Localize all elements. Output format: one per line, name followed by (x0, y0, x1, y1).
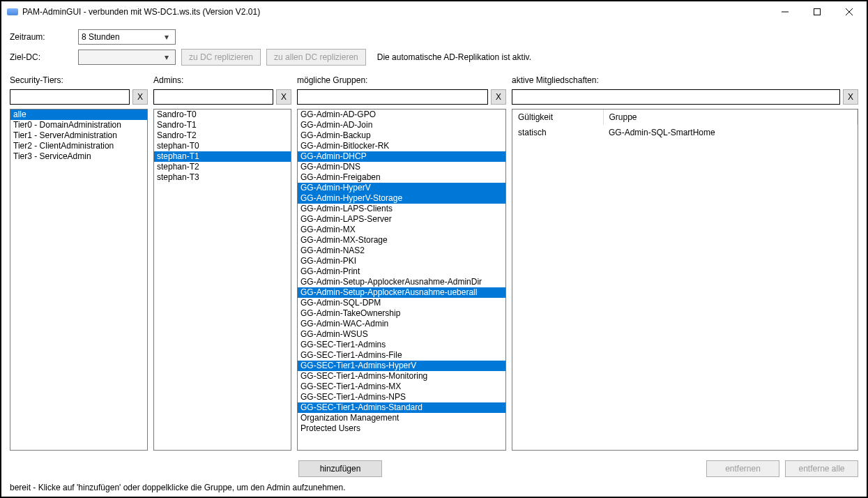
filter-memberships-input[interactable] (512, 89, 840, 105)
zieldc-select[interactable]: ▾ (78, 50, 176, 65)
close-button[interactable] (833, 1, 865, 22)
admin-item[interactable]: Sandro-T0 (154, 110, 291, 120)
group-item[interactable]: GG-Admin-PKI (298, 256, 505, 266)
admin-item[interactable]: Sandro-T1 (154, 120, 291, 130)
chevron-down-icon: ▾ (161, 52, 172, 62)
filter-tiers-input[interactable] (10, 89, 130, 105)
tiers-listbox[interactable]: alleTier0 - DomainAdministrationTier1 - … (10, 109, 148, 451)
group-item[interactable]: GG-SEC-Tier1-Admins-NPS (298, 392, 505, 402)
group-item[interactable]: GG-Admin-HyperV-Storage (298, 193, 505, 204)
memberships-table[interactable]: Gültigkeit Gruppe statischGG-Admin-SQL-S… (512, 109, 858, 451)
group-item[interactable]: GG-Admin-DHCP (298, 151, 505, 162)
svg-rect-1 (814, 9, 821, 15)
admin-item[interactable]: stephan-T1 (154, 151, 291, 162)
groups-listbox[interactable]: GG-Admin-AD-GPOGG-Admin-AD-JoinGG-Admin-… (297, 109, 506, 451)
group-item[interactable]: GG-Admin-TakeOwnership (298, 308, 505, 319)
group-item[interactable]: GG-Admin-NAS2 (298, 246, 505, 256)
tier-item[interactable]: Tier2 - ClientAdministration (10, 141, 147, 151)
group-item[interactable]: GG-Admin-WAC-Admin (298, 319, 505, 329)
group-item[interactable]: GG-Admin-MX (298, 225, 505, 235)
status-bar: bereit - Klicke auf 'hinzufügen' oder do… (1, 477, 867, 497)
chevron-down-icon: ▾ (161, 32, 172, 42)
clear-filter-groups-button[interactable]: X (491, 89, 506, 105)
zeitraum-select[interactable]: 8 Stunden ▾ (78, 29, 176, 45)
window-title: PAM-AdminGUI - verbunden mit WS-DC1.ws.i… (22, 7, 769, 17)
group-item[interactable]: GG-Admin-Setup-ApplockerAusnahme-AdminDi… (298, 277, 505, 287)
group-item[interactable]: GG-Admin-HyperV (298, 183, 505, 193)
group-item[interactable]: GG-Admin-AD-GPO (298, 110, 505, 120)
group-item[interactable]: Organization Management (298, 413, 505, 423)
maximize-button[interactable] (801, 1, 833, 22)
group-item[interactable]: GG-Admin-WSUS (298, 329, 505, 340)
filter-admins-input[interactable] (153, 89, 273, 105)
group-item[interactable]: GG-Admin-Bitlocker-RK (298, 141, 505, 151)
minimize-button[interactable] (769, 1, 801, 22)
group-item[interactable]: GG-Admin-AD-Join (298, 120, 505, 130)
titlebar: PAM-AdminGUI - verbunden mit WS-DC1.ws.i… (1, 1, 867, 22)
admin-item[interactable]: stephan-T3 (154, 172, 291, 183)
group-item[interactable]: GG-SEC-Tier1-Admins-File (298, 350, 505, 361)
clear-filter-tiers-button[interactable]: X (132, 89, 148, 105)
header-groups: mögliche Gruppen: (297, 75, 506, 85)
admin-item[interactable]: Sandro-T2 (154, 130, 291, 141)
header-admins: Admins: (153, 75, 291, 85)
tier-item[interactable]: Tier3 - ServiceAdmin (10, 151, 147, 162)
group-item[interactable]: GG-Admin-Freigaben (298, 172, 505, 183)
app-icon (7, 8, 18, 15)
replication-info: Die automatische AD-Replikation ist akti… (377, 52, 531, 62)
group-item[interactable]: GG-SEC-Tier1-Admins-HyperV (298, 361, 505, 371)
group-item[interactable]: GG-Admin-Print (298, 266, 505, 277)
clear-filter-admins-button[interactable]: X (276, 89, 291, 105)
membership-group: GG-Admin-SQL-SmartHome (603, 125, 858, 140)
group-item[interactable]: GG-SEC-Tier1-Admins-Standard (298, 402, 505, 413)
remove-button[interactable]: entfernen (706, 460, 779, 477)
group-item[interactable]: GG-Admin-Setup-ApplockerAusnahme-ueberal… (298, 287, 505, 298)
remove-all-button[interactable]: entferne alle (785, 460, 858, 477)
group-item[interactable]: GG-Admin-MX-Storage (298, 235, 505, 246)
membership-row[interactable]: statischGG-Admin-SQL-SmartHome (512, 125, 858, 140)
group-item[interactable]: Protected Users (298, 423, 505, 434)
header-tiers: Security-Tiers: (10, 75, 148, 85)
group-item[interactable]: GG-Admin-Backup (298, 130, 505, 141)
add-button[interactable]: hinzufügen (298, 460, 382, 477)
zieldc-label: Ziel-DC: (10, 52, 73, 62)
replicate-dc-button[interactable]: zu DC replizieren (181, 49, 261, 66)
clear-filter-memberships-button[interactable]: X (843, 89, 858, 105)
tier-item[interactable]: Tier1 - ServerAdministration (10, 130, 147, 141)
zeitraum-label: Zeitraum: (10, 32, 73, 42)
zeitraum-value: 8 Stunden (82, 32, 161, 42)
group-item[interactable]: GG-Admin-DNS (298, 162, 505, 172)
header-memberships: aktive Mitgliedschaften: (512, 75, 858, 85)
tier-item[interactable]: alle (10, 110, 147, 120)
filter-groups-input[interactable] (297, 89, 488, 105)
admin-item[interactable]: stephan-T2 (154, 162, 291, 172)
admins-listbox[interactable]: Sandro-T0Sandro-T1Sandro-T2stephan-T0ste… (153, 109, 291, 451)
col-validity[interactable]: Gültigkeit (512, 110, 603, 125)
group-item[interactable]: GG-SEC-Tier1-Admins (298, 340, 505, 350)
replicate-all-dc-button[interactable]: zu allen DC replizieren (266, 49, 366, 66)
group-item[interactable]: GG-SEC-Tier1-Admins-Monitoring (298, 371, 505, 382)
tier-item[interactable]: Tier0 - DomainAdministration (10, 120, 147, 130)
col-group[interactable]: Gruppe (603, 110, 858, 125)
group-item[interactable]: GG-SEC-Tier1-Admins-MX (298, 382, 505, 392)
admin-item[interactable]: stephan-T0 (154, 141, 291, 151)
group-item[interactable]: GG-Admin-LAPS-Clients (298, 204, 505, 214)
group-item[interactable]: GG-Admin-SQL-DPM (298, 298, 505, 308)
membership-validity: statisch (512, 125, 603, 140)
group-item[interactable]: GG-Admin-LAPS-Server (298, 214, 505, 225)
